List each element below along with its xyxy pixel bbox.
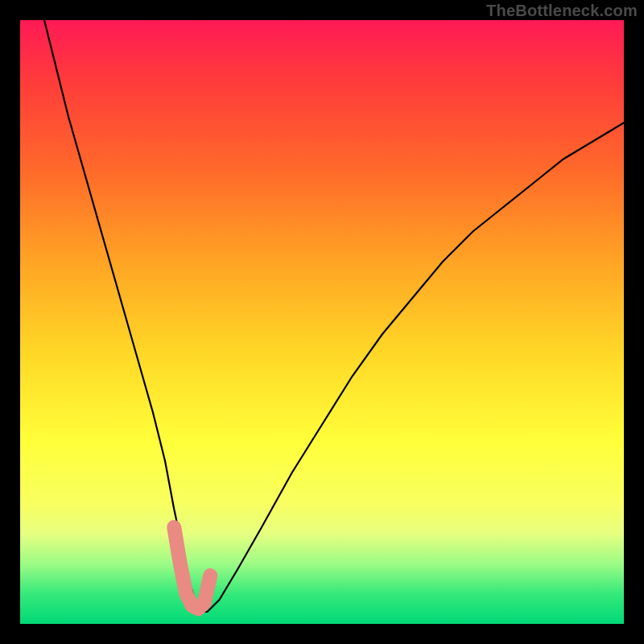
watermark-text: TheBottleneck.com (486, 2, 638, 20)
highlight-segment (174, 527, 210, 609)
chart-frame: TheBottleneck.com (0, 0, 644, 644)
chart-overlay (20, 20, 624, 624)
bottleneck-curve (44, 20, 624, 612)
